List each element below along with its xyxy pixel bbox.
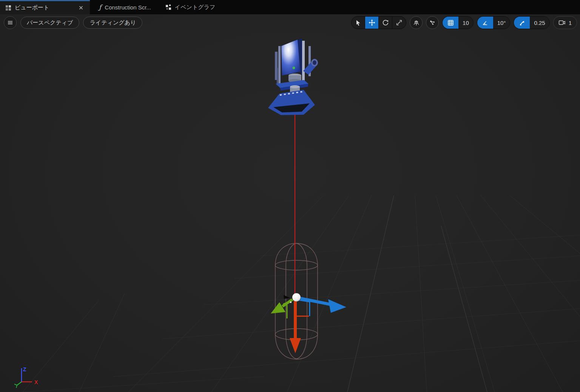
rotation-snap-value[interactable]: 10°	[493, 17, 510, 29]
world-axis-indicator: Z X	[14, 366, 38, 388]
transform-tool-group	[351, 16, 406, 29]
actor-direction-marker	[284, 295, 290, 299]
world-gizmo-icon	[413, 19, 420, 26]
surface-snapping-button[interactable]	[426, 16, 439, 29]
viewport-options-button[interactable]	[4, 16, 17, 29]
grid-snap-control: 10	[442, 16, 474, 29]
move-icon	[369, 19, 375, 26]
surface-snap-icon	[429, 19, 436, 26]
hamburger-icon	[7, 20, 13, 26]
camera-icon	[558, 20, 566, 26]
grid-snap-icon	[447, 20, 454, 26]
gizmo-blue-plane-handle[interactable]	[298, 300, 310, 316]
gizmo-green-arrow[interactable]	[271, 300, 292, 314]
floor-grid	[23, 195, 580, 392]
grid-snap-toggle[interactable]	[443, 17, 458, 29]
event-graph-icon	[165, 4, 171, 10]
tab-event-graph-label: イベントグラフ	[175, 4, 215, 11]
camera-speed-value: 1	[569, 20, 572, 26]
move-gizmo[interactable]	[271, 293, 346, 353]
rotate-icon	[382, 19, 389, 26]
angle-snap-icon	[482, 20, 488, 26]
rotation-snap-toggle[interactable]	[477, 17, 493, 29]
view-mode-dropdown[interactable]: ライティングあり	[83, 17, 142, 29]
scale-snap-icon	[519, 20, 525, 26]
axis-z-label: Z	[23, 366, 26, 372]
lighting-label: ライティングあり	[89, 19, 136, 26]
tab-bar: ビューポート ƒ Construction Scr... イベントグラフ	[0, 0, 580, 14]
tab-viewport-label: ビューポート	[15, 4, 74, 11]
select-tool-button[interactable]	[352, 17, 365, 29]
scale-snap-value[interactable]: 0.25	[530, 17, 549, 29]
coordinate-space-button[interactable]	[410, 16, 423, 29]
rotation-snap-control: 10°	[477, 16, 511, 29]
camera-speed-control[interactable]: 1	[553, 16, 577, 29]
tab-construction-label: Construction Scr...	[105, 4, 151, 11]
scale-snap-toggle[interactable]	[514, 17, 530, 29]
move-tool-button[interactable]	[365, 17, 379, 29]
viewport-3d[interactable]: Z X パースペクティブ ライティングあり	[0, 14, 580, 392]
close-icon[interactable]	[77, 4, 85, 12]
axis-x-label: X	[34, 379, 38, 385]
grid-snap-value[interactable]: 10	[458, 17, 473, 29]
perspective-dropdown[interactable]: パースペクティブ	[20, 17, 79, 29]
select-arrow-icon	[355, 20, 361, 26]
viewport-canvas[interactable]: Z X	[0, 14, 580, 392]
scale-snap-control: 0.25	[514, 16, 549, 29]
function-icon: ƒ	[99, 3, 101, 11]
tab-viewport[interactable]: ビューポート	[0, 0, 90, 14]
viewport-grid-icon	[5, 5, 11, 11]
scale-icon	[396, 19, 403, 26]
gizmo-origin-sphere[interactable]	[292, 293, 301, 301]
tab-event-graph[interactable]: イベントグラフ	[160, 0, 221, 14]
rotate-tool-button[interactable]	[379, 17, 392, 29]
scale-tool-button[interactable]	[392, 17, 406, 29]
gizmo-blue-arrow[interactable]	[301, 298, 346, 313]
perspective-label: パースペクティブ	[27, 19, 73, 26]
spotlight-actor[interactable]	[268, 38, 318, 115]
gizmo-red-arrow[interactable]	[290, 301, 301, 353]
tab-construction-script[interactable]: ƒ Construction Scr...	[94, 0, 156, 14]
